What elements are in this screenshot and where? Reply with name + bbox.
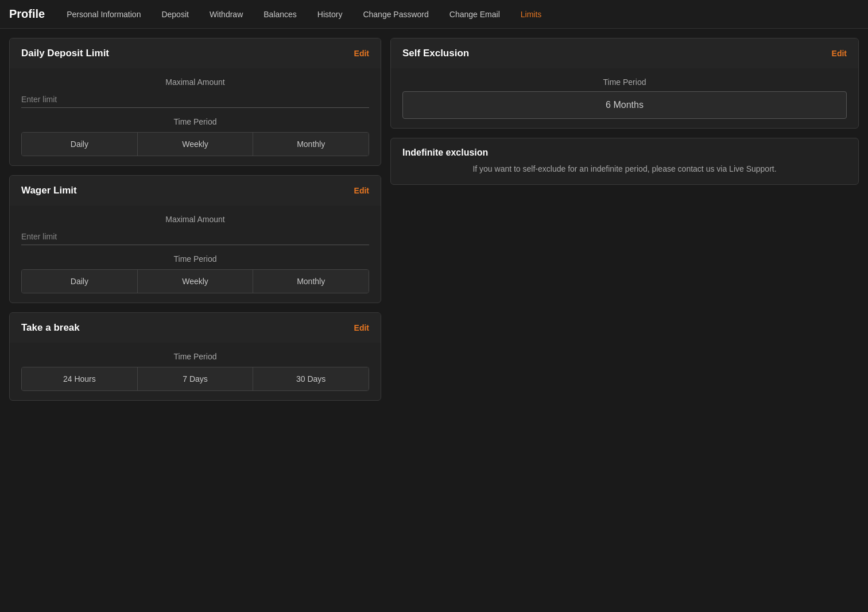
wager-limit-body: Maximal Amount Time Period Daily Weekly … <box>10 206 381 303</box>
self-exclusion-edit-button[interactable]: Edit <box>832 49 847 58</box>
take-a-break-7days-button[interactable]: 7 Days <box>138 367 254 390</box>
daily-deposit-time-buttons: Daily Weekly Monthly <box>21 132 369 156</box>
wager-limit-weekly-button[interactable]: Weekly <box>138 270 254 293</box>
nav-bar: Profile Personal Information Deposit Wit… <box>0 0 868 29</box>
nav-item-personal-information[interactable]: Personal Information <box>59 6 149 22</box>
daily-deposit-time-period-label: Time Period <box>21 117 369 126</box>
take-a-break-30days-button[interactable]: 30 Days <box>253 367 369 390</box>
nav-item-withdraw[interactable]: Withdraw <box>202 6 251 22</box>
daily-deposit-weekly-button[interactable]: Weekly <box>138 133 254 156</box>
nav-item-change-email[interactable]: Change Email <box>441 6 508 22</box>
daily-deposit-limit-header: Daily Deposit Limit Edit <box>10 38 381 68</box>
take-a-break-title: Take a break <box>21 322 80 334</box>
wager-limit-monthly-button[interactable]: Monthly <box>253 270 369 293</box>
daily-deposit-daily-button[interactable]: Daily <box>22 133 138 156</box>
left-column: Daily Deposit Limit Edit Maximal Amount … <box>9 38 381 401</box>
main-content: Daily Deposit Limit Edit Maximal Amount … <box>0 29 868 410</box>
take-a-break-edit-button[interactable]: Edit <box>354 323 369 332</box>
wager-limit-time-period-label: Time Period <box>21 254 369 264</box>
wager-limit-edit-button[interactable]: Edit <box>354 186 369 195</box>
self-exclusion-card: Self Exclusion Edit Time Period 6 Months <box>390 38 859 129</box>
nav-item-deposit[interactable]: Deposit <box>153 6 196 22</box>
wager-limit-header: Wager Limit Edit <box>10 176 381 206</box>
daily-deposit-limit-title: Daily Deposit Limit <box>21 48 109 59</box>
daily-deposit-monthly-button[interactable]: Monthly <box>253 133 369 156</box>
wager-limit-daily-button[interactable]: Daily <box>22 270 138 293</box>
wager-limit-maximal-amount-label: Maximal Amount <box>21 215 369 224</box>
self-exclusion-body: Time Period 6 Months <box>391 68 858 128</box>
daily-deposit-limit-card: Daily Deposit Limit Edit Maximal Amount … <box>9 38 381 166</box>
take-a-break-body: Time Period 24 Hours 7 Days 30 Days <box>10 343 381 400</box>
nav-item-change-password[interactable]: Change Password <box>355 6 436 22</box>
indefinite-exclusion-body: If you want to self-exclude for an indef… <box>391 162 858 184</box>
self-exclusion-header: Self Exclusion Edit <box>391 38 858 68</box>
self-exclusion-period-box[interactable]: 6 Months <box>402 91 847 119</box>
self-exclusion-time-period-label: Time Period <box>402 78 847 87</box>
take-a-break-card: Take a break Edit Time Period 24 Hours 7… <box>9 312 381 401</box>
nav-logo[interactable]: Profile <box>9 7 45 21</box>
daily-deposit-limit-edit-button[interactable]: Edit <box>354 49 369 58</box>
wager-limit-input[interactable] <box>21 228 369 245</box>
indefinite-exclusion-title: Indefinite exclusion <box>391 138 858 162</box>
right-column: Self Exclusion Edit Time Period 6 Months… <box>390 38 859 185</box>
wager-limit-title: Wager Limit <box>21 185 77 196</box>
nav-item-balances[interactable]: Balances <box>255 6 305 22</box>
nav-item-history[interactable]: History <box>309 6 351 22</box>
daily-deposit-limit-body: Maximal Amount Time Period Daily Weekly … <box>10 68 381 165</box>
indefinite-exclusion-card: Indefinite exclusion If you want to self… <box>390 138 859 185</box>
take-a-break-header: Take a break Edit <box>10 313 381 343</box>
self-exclusion-title: Self Exclusion <box>402 48 469 59</box>
daily-deposit-limit-input[interactable] <box>21 91 369 108</box>
daily-deposit-maximal-amount-label: Maximal Amount <box>21 78 369 87</box>
take-a-break-time-buttons: 24 Hours 7 Days 30 Days <box>21 367 369 391</box>
take-a-break-time-period-label: Time Period <box>21 352 369 361</box>
nav-item-limits[interactable]: Limits <box>513 6 550 22</box>
take-a-break-24hours-button[interactable]: 24 Hours <box>22 367 138 390</box>
wager-limit-card: Wager Limit Edit Maximal Amount Time Per… <box>9 175 381 303</box>
wager-limit-time-buttons: Daily Weekly Monthly <box>21 269 369 293</box>
